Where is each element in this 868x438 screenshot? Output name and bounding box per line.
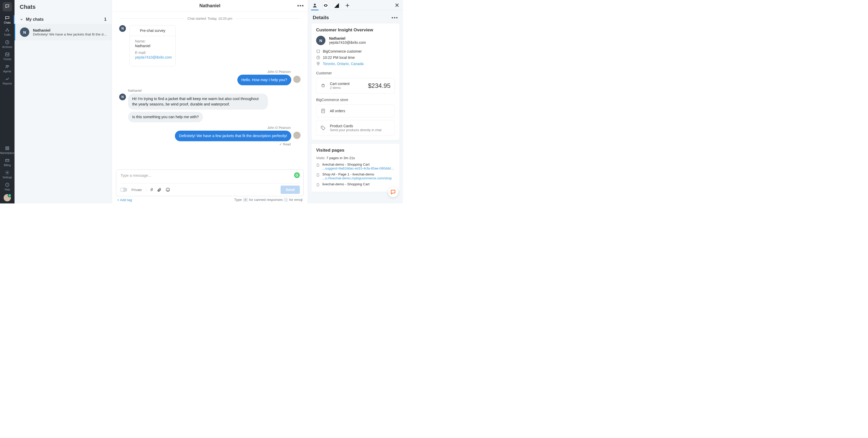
svg-rect-6	[6, 147, 7, 148]
visited-pages-title: Visited pages	[316, 148, 395, 153]
chats-icon	[5, 15, 9, 20]
svg-point-14	[166, 188, 170, 191]
page-icon	[316, 173, 320, 177]
chat-started-divider: Chat started: Today, 10:20 pm	[119, 17, 301, 21]
details-tabs: ✕	[308, 0, 403, 10]
tag-icon	[320, 125, 326, 131]
nav-billing[interactable]: Billing	[0, 156, 14, 168]
all-orders-card[interactable]: All orders	[316, 104, 395, 117]
prechat-survey-card: Pre-chat survey Name: Nathaniel E-mail: …	[129, 25, 176, 66]
tab-profile[interactable]	[312, 2, 318, 8]
cart-content-card[interactable]: Cart content 2 items $234.95	[316, 78, 395, 94]
customer-section-label: Customer	[316, 71, 395, 75]
location-icon	[316, 62, 320, 66]
svg-point-20	[318, 63, 318, 63]
tab-add[interactable]	[344, 2, 350, 8]
nav-agents[interactable]: Agents	[0, 62, 14, 74]
nav-chats[interactable]: Chats	[0, 13, 14, 26]
nav-reports[interactable]: Reports	[0, 74, 14, 87]
nav-tickets[interactable]: Tickets	[0, 50, 14, 62]
nav-help[interactable]: ? Help	[0, 180, 14, 193]
chat-bubble-icon	[5, 4, 9, 8]
visited-page-url[interactable]: ...s://livechat-demo.mybigcommerce.com/s…	[322, 176, 395, 180]
nav-marketplace[interactable]: Marketplace	[0, 144, 14, 156]
insight-title: Customer Insight Overview	[316, 28, 395, 33]
chats-group-header[interactable]: My chats 1	[14, 13, 112, 24]
product-cards-card[interactable]: Product Cards Send your products directl…	[316, 120, 395, 136]
details-title: Details	[313, 15, 329, 21]
chat-bubble-icon	[390, 189, 396, 195]
survey-name-value: Nathaniel	[135, 44, 170, 48]
avatar: N	[119, 94, 126, 100]
visited-pages-card: Visited pages Visits: 7 pages in 3m 21s …	[311, 143, 400, 192]
hash-button[interactable]: #	[150, 187, 153, 193]
agent-message: Hello. How may I help you?	[237, 75, 291, 85]
tab-bigcommerce[interactable]	[334, 2, 340, 8]
grammarly-icon[interactable]: G	[294, 173, 300, 178]
survey-name-label: Name:	[135, 39, 170, 43]
svg-text:?: ?	[7, 184, 8, 186]
brand-logo	[3, 2, 12, 11]
svg-point-22	[322, 127, 322, 127]
floating-chat-button[interactable]	[388, 187, 398, 197]
chat-item-preview: Definitely! We have a few jackets that f…	[33, 32, 107, 36]
customer-email: yejola7410@ibrilo.com	[329, 40, 366, 44]
location-link[interactable]: Toronto, Ontario, Canada	[323, 62, 364, 66]
chats-title: Chats	[14, 0, 112, 13]
visited-page-title[interactable]: Shop All - Page 1 - livechat-demo	[322, 173, 395, 176]
visited-page-title[interactable]: livechat-demo - Shopping Cart	[322, 182, 395, 186]
add-tag-link[interactable]: + Add tag	[117, 198, 132, 202]
composer-hints: Type # for canned responses : for emoji	[234, 198, 303, 202]
gear-icon	[5, 170, 9, 175]
tab-view[interactable]	[322, 2, 329, 8]
help-icon: ?	[5, 183, 9, 187]
store-section-label: BigCommerce store	[316, 98, 395, 102]
chats-panel: Chats My chats 1 N Nathaniel Definitely!…	[14, 0, 112, 204]
orders-label: All orders	[330, 109, 345, 113]
conversation-more-menu[interactable]: •••	[297, 3, 304, 8]
plus-icon	[345, 3, 350, 8]
svg-point-1	[6, 31, 6, 31]
private-toggle[interactable]	[120, 188, 127, 192]
nav-settings[interactable]: Settings	[0, 168, 14, 180]
clock-icon	[316, 56, 320, 60]
reports-icon	[5, 76, 9, 81]
send-button[interactable]: Send	[281, 186, 300, 194]
archives-icon	[5, 40, 9, 44]
apps-icon	[5, 146, 9, 151]
survey-email-value[interactable]: yejola7410@ibrilo.com	[135, 55, 170, 59]
svg-point-18	[326, 5, 326, 6]
chat-list-item[interactable]: N Nathaniel Definitely! We have a few ja…	[14, 24, 112, 40]
visited-page-url[interactable]: ...suggest=9a62ddac-ed15-4cfa-85ae-080dd…	[322, 166, 395, 170]
details-close[interactable]: ✕	[395, 2, 399, 9]
nav-archives[interactable]: Archives	[0, 38, 14, 50]
svg-point-17	[314, 4, 316, 5]
attach-icon[interactable]	[157, 188, 161, 192]
prodcards-label: Product Cards	[330, 124, 381, 128]
svg-point-0	[7, 29, 8, 30]
tickets-icon	[5, 52, 9, 57]
details-panel: ✕ Details ••• Customer Insight Overview …	[308, 0, 403, 204]
platform: BigCommerce customer	[323, 49, 362, 53]
conversation-title: Nathaniel	[199, 3, 220, 8]
bigcommerce-icon	[334, 3, 339, 8]
page-icon	[316, 183, 320, 187]
visited-page-title[interactable]: livechat-demo - Shopping Cart	[322, 162, 395, 166]
cart-amount: $234.95	[368, 82, 391, 89]
emoji-icon[interactable]	[165, 187, 170, 192]
avatar: N	[119, 25, 126, 32]
read-receipt: Read	[119, 142, 291, 146]
agent-message: Definitely! We have a few jackets that f…	[175, 131, 291, 141]
details-more-menu[interactable]: •••	[392, 15, 398, 21]
page-icon	[316, 163, 320, 167]
store-icon	[316, 49, 320, 53]
nav-traffic[interactable]: Traffic	[0, 26, 14, 38]
svg-rect-7	[8, 147, 9, 148]
svg-point-11	[7, 172, 8, 174]
avatar: N	[316, 36, 326, 45]
svg-rect-8	[6, 149, 7, 150]
svg-point-16	[168, 189, 169, 190]
sender-label: John G Pearson	[119, 126, 291, 130]
current-user-avatar[interactable]	[4, 194, 11, 201]
message-input[interactable]	[120, 173, 300, 183]
